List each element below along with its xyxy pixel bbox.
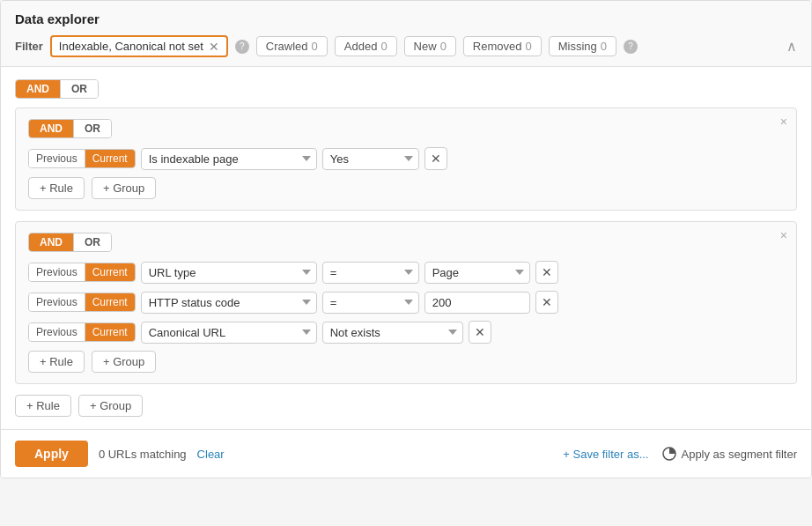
rule-1-prev-curr: Previous Current: [28, 149, 136, 168]
rule-http-val-input[interactable]: [424, 292, 530, 314]
group-2-add-group-button[interactable]: + Group: [92, 351, 156, 373]
group-2-close-icon[interactable]: ×: [780, 229, 787, 241]
group-1-or-button[interactable]: OR: [74, 120, 111, 137]
rule-http-field-select[interactable]: HTTP status code: [141, 292, 317, 314]
rule-http-prev-curr: Previous Current: [28, 293, 136, 312]
header: Data explorer Filter Indexable, Canonica…: [1, 1, 811, 67]
group-1-add-rule-button[interactable]: + Rule: [28, 177, 85, 199]
tab-new[interactable]: New 0: [404, 36, 456, 56]
rule-http-curr-button[interactable]: Current: [85, 293, 135, 311]
urls-matching-count: 0 URLs matching: [99, 448, 187, 461]
apply-button[interactable]: Apply: [15, 441, 88, 467]
tab-added-label: Added: [344, 40, 378, 53]
filter-help-icon[interactable]: ?: [235, 40, 249, 54]
outer-add-group-button[interactable]: + Group: [78, 395, 143, 417]
tab-new-count: 0: [440, 40, 447, 53]
rule-url-field-select[interactable]: URL type: [141, 262, 317, 284]
tab-new-label: New: [414, 40, 437, 53]
outer-logic-group: AND OR: [15, 79, 99, 99]
page-title: Data explorer: [15, 11, 797, 26]
rule-1-field-select[interactable]: Is indexable page: [141, 148, 317, 170]
tab-added-count: 0: [380, 40, 387, 53]
group-2-or-button[interactable]: OR: [74, 233, 111, 251]
rule-canonical-curr-button[interactable]: Current: [85, 323, 135, 341]
tab-removed-label: Removed: [473, 40, 522, 53]
tab-crawled-label: Crawled: [266, 40, 308, 53]
rule-http-op-select[interactable]: =: [322, 292, 419, 314]
rule-row: Previous Current Canonical URL Not exist…: [28, 321, 784, 344]
data-explorer-panel: Data explorer Filter Indexable, Canonica…: [0, 0, 812, 478]
active-filter-tag[interactable]: Indexable, Canonical not set ✕: [50, 35, 228, 57]
pie-chart-icon: [662, 447, 676, 461]
tab-added[interactable]: Added 0: [335, 36, 397, 56]
group-2-add-rule-button[interactable]: + Rule: [28, 351, 85, 373]
segment-filter-label: Apply as segment filter: [681, 448, 797, 461]
group-2-add-row: + Rule + Group: [28, 351, 784, 373]
group-2-logic: AND OR: [28, 233, 112, 252]
tab-crawled-count: 0: [312, 40, 318, 53]
rule-canonical-clear-button[interactable]: ✕: [469, 321, 491, 344]
group-1-add-row: + Rule + Group: [28, 177, 784, 199]
tabs-help-icon[interactable]: ?: [624, 40, 638, 54]
collapse-button[interactable]: ∧: [786, 38, 797, 55]
apply-segment-filter-button[interactable]: Apply as segment filter: [662, 447, 797, 461]
tab-missing-count: 0: [601, 40, 607, 53]
outer-or-button[interactable]: OR: [61, 80, 98, 98]
tab-missing-label: Missing: [558, 40, 597, 53]
rule-row: Previous Current Is indexable page Yes ✕: [28, 147, 784, 170]
filter-tag-close-icon[interactable]: ✕: [209, 41, 219, 53]
rule-row: Previous Current URL type = Page ✕: [28, 261, 784, 284]
filter-label: Filter: [15, 40, 43, 53]
tab-removed-count: 0: [526, 40, 532, 53]
group-2: × AND OR Previous Current URL type = Pag…: [15, 221, 797, 384]
rule-1-prev-button[interactable]: Previous: [29, 150, 85, 167]
group-2-and-button[interactable]: AND: [29, 233, 74, 251]
rule-1-op-select[interactable]: Yes: [322, 148, 419, 170]
save-filter-label: + Save filter as...: [563, 448, 648, 461]
tab-crawled[interactable]: Crawled 0: [256, 36, 328, 56]
active-filter-text: Indexable, Canonical not set: [59, 40, 203, 53]
rule-canonical-prev-curr: Previous Current: [28, 322, 136, 342]
group-1-logic: AND OR: [28, 119, 112, 138]
group-1-add-group-button[interactable]: + Group: [92, 177, 156, 199]
outer-add-rule-button[interactable]: + Rule: [15, 395, 71, 417]
rule-canonical-prev-button[interactable]: Previous: [29, 323, 85, 341]
group-1-and-button[interactable]: AND: [29, 120, 74, 137]
outer-and-button[interactable]: AND: [16, 80, 61, 98]
rule-url-curr-button[interactable]: Current: [85, 263, 135, 281]
tab-missing[interactable]: Missing 0: [549, 36, 616, 56]
rule-url-clear-button[interactable]: ✕: [535, 261, 558, 284]
rule-canonical-field-select[interactable]: Canonical URL: [141, 322, 317, 344]
footer-right: + Save filter as... Apply as segment fil…: [563, 447, 797, 461]
clear-link[interactable]: Clear: [197, 448, 225, 461]
rule-http-prev-button[interactable]: Previous: [29, 293, 85, 311]
rule-http-clear-button[interactable]: ✕: [535, 291, 558, 314]
rule-1-clear-button[interactable]: ✕: [424, 147, 447, 170]
group-1: × AND OR Previous Current Is indexable p…: [15, 107, 797, 211]
outer-add-row: + Rule + Group: [15, 395, 797, 417]
rule-1-curr-button[interactable]: Current: [85, 150, 135, 167]
footer: Apply 0 URLs matching Clear + Save filte…: [1, 429, 811, 478]
main-body: AND OR × AND OR Previous Current Is inde…: [1, 67, 811, 429]
rule-url-op-select[interactable]: =: [322, 262, 419, 284]
save-filter-button[interactable]: + Save filter as...: [563, 448, 648, 461]
group-1-close-icon[interactable]: ×: [780, 115, 787, 128]
filter-row: Filter Indexable, Canonical not set ✕ ? …: [15, 35, 797, 57]
tab-removed[interactable]: Removed 0: [463, 36, 542, 56]
rule-canonical-op-select[interactable]: Not exists: [322, 322, 463, 344]
rule-row: Previous Current HTTP status code = ✕: [28, 291, 784, 314]
rule-url-prev-curr: Previous Current: [28, 263, 136, 282]
rule-url-val-select[interactable]: Page: [424, 262, 530, 284]
rule-url-prev-button[interactable]: Previous: [29, 263, 85, 281]
